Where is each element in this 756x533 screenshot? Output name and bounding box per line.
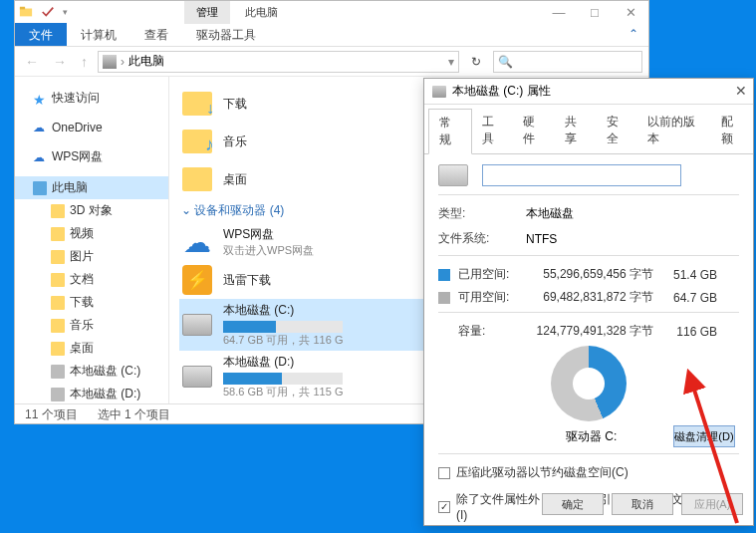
address-bar[interactable]: › 此电脑 ▾ <box>98 51 459 73</box>
back-button[interactable]: ← <box>21 54 43 70</box>
svg-rect-1 <box>20 7 25 10</box>
drive-d-usage-bar <box>223 373 343 385</box>
tab-sharing[interactable]: 共享 <box>555 109 597 153</box>
drive-icon <box>51 388 65 401</box>
tab-previous-versions[interactable]: 以前的版本 <box>637 109 711 153</box>
apply-button[interactable]: 应用(A) <box>681 493 743 515</box>
close-button[interactable]: ✕ <box>735 83 747 99</box>
nav-tree: ★快速访问 ☁OneDrive ☁WPS网盘 此电脑 3D 对象 视频 图片 文… <box>15 77 169 403</box>
tab-drive-tools[interactable]: 驱动器工具 <box>182 23 270 46</box>
tree-onedrive[interactable]: ☁OneDrive <box>15 118 168 137</box>
tree-drive-d[interactable]: 本地磁盘 (D:) <box>15 383 168 403</box>
compress-checkbox-row[interactable]: 压缩此驱动器以节约磁盘空间(C) <box>438 464 739 481</box>
folder-icon <box>51 250 65 264</box>
tab-quota[interactable]: 配额 <box>711 109 753 153</box>
tab-general[interactable]: 常规 <box>428 109 472 154</box>
maximize-button[interactable]: □ <box>577 1 613 23</box>
folder-icon <box>51 319 65 333</box>
search-box[interactable]: 🔍 <box>493 51 642 73</box>
desktop-icon <box>182 167 212 191</box>
drive-icon <box>182 366 212 388</box>
qat-dropdown-icon[interactable]: ▾ <box>63 7 68 17</box>
status-selection: 选中 1 个项目 <box>98 406 170 423</box>
tree-quick-access[interactable]: ★快速访问 <box>15 87 168 110</box>
tree-music[interactable]: 音乐 <box>15 314 168 337</box>
drive-properties-dialog: 本地磁盘 (C:) 属性 ✕ 常规 工具 硬件 共享 安全 以前的版本 配额 类… <box>423 78 754 526</box>
tree-documents[interactable]: 文档 <box>15 268 168 291</box>
ribbon-expand-icon[interactable]: ⌃ <box>619 23 648 46</box>
drive-icon <box>182 314 212 336</box>
folder-icon <box>51 204 65 218</box>
tree-downloads[interactable]: 下载 <box>15 291 168 314</box>
tab-file[interactable]: 文件 <box>15 23 67 46</box>
disk-cleanup-button[interactable]: 磁盘清理(D) <box>673 425 735 447</box>
tree-pictures[interactable]: 图片 <box>15 245 168 268</box>
downloads-icon <box>182 92 212 116</box>
cloud-icon: ☁ <box>33 150 47 164</box>
tree-this-pc[interactable]: 此电脑 <box>15 176 168 199</box>
drive-name-input[interactable] <box>482 164 681 186</box>
fs-label: 文件系统: <box>438 230 512 247</box>
thispc-icon <box>103 55 117 69</box>
drive-icon <box>432 86 446 98</box>
tab-tools[interactable]: 工具 <box>472 109 514 153</box>
forward-button[interactable]: → <box>49 54 71 70</box>
music-icon <box>182 130 212 153</box>
cancel-button[interactable]: 取消 <box>612 493 673 515</box>
svg-rect-0 <box>20 9 32 17</box>
address-bar-row: ← → ↑ › 此电脑 ▾ ↻ 🔍 <box>15 47 648 77</box>
manage-context-tab[interactable]: 管理 <box>184 1 230 24</box>
tab-hardware[interactable]: 硬件 <box>513 109 555 153</box>
breadcrumb-sep: › <box>121 55 125 69</box>
used-bytes: 55,296,659,456 字节 <box>534 266 653 283</box>
close-button[interactable]: ✕ <box>613 1 648 23</box>
tree-videos[interactable]: 视频 <box>15 222 168 245</box>
search-icon: 🔍 <box>498 55 513 69</box>
refresh-button[interactable]: ↻ <box>465 55 487 69</box>
tree-drive-c[interactable]: 本地磁盘 (C:) <box>15 360 168 383</box>
capacity-gb: 116 GB <box>661 325 717 339</box>
checkbox-unchecked-icon <box>438 467 450 479</box>
dialog-title: 本地磁盘 (C:) 属性 <box>452 83 551 100</box>
thunder-icon: ⚡ <box>182 265 212 295</box>
free-gb: 64.7 GB <box>661 291 717 305</box>
tree-3dobjects[interactable]: 3D 对象 <box>15 199 168 222</box>
check-icon <box>41 5 55 19</box>
used-color-swatch <box>438 269 450 281</box>
dialog-tabs: 常规 工具 硬件 共享 安全 以前的版本 配额 <box>424 109 753 154</box>
breadcrumb[interactable]: 此电脑 <box>128 53 164 70</box>
free-bytes: 69,482,831,872 字节 <box>534 289 653 306</box>
type-label: 类型: <box>438 205 512 222</box>
type-value: 本地磁盘 <box>526 205 574 222</box>
cloud-icon: ☁ <box>183 226 211 259</box>
folder-icon <box>51 227 65 241</box>
folder-icon <box>51 342 65 356</box>
up-button[interactable]: ↑ <box>77 54 92 70</box>
minimize-button[interactable]: — <box>541 1 577 23</box>
addr-dropdown-icon[interactable]: ▾ <box>448 55 454 69</box>
checkbox-checked-icon: ✓ <box>438 501 450 513</box>
cloud-icon: ☁ <box>33 121 47 134</box>
folder-icon <box>51 273 65 287</box>
tree-wps[interactable]: ☁WPS网盘 <box>15 145 168 168</box>
drive-icon <box>51 365 65 379</box>
drive-icon <box>438 164 468 186</box>
used-gb: 51.4 GB <box>661 268 717 282</box>
ribbon-tabs: 文件 计算机 查看 驱动器工具 ⌃ <box>15 23 648 47</box>
capacity-bytes: 124,779,491,328 字节 <box>534 323 653 340</box>
tab-view[interactable]: 查看 <box>130 23 182 46</box>
tab-security[interactable]: 安全 <box>597 109 638 153</box>
free-label: 可用空间: <box>458 289 526 306</box>
drive-c-usage-bar <box>223 321 343 333</box>
tree-desktop[interactable]: 桌面 <box>15 337 168 360</box>
window-title: 此电脑 <box>245 5 278 20</box>
tab-computer[interactable]: 计算机 <box>67 23 130 46</box>
used-label: 已用空间: <box>458 266 526 283</box>
free-color-swatch <box>438 292 450 304</box>
titlebar: ▾ 管理 此电脑 — □ ✕ <box>15 1 648 23</box>
folder-icon <box>51 296 65 310</box>
status-item-count: 11 个项目 <box>25 406 78 423</box>
capacity-label: 容量: <box>458 323 526 340</box>
ok-button[interactable]: 确定 <box>542 493 604 515</box>
dialog-titlebar: 本地磁盘 (C:) 属性 ✕ <box>424 79 753 105</box>
